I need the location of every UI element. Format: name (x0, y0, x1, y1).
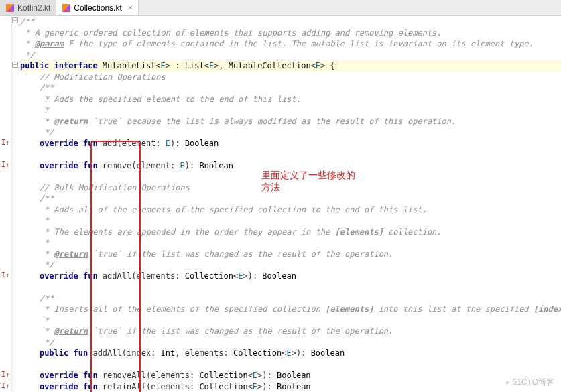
kotlin-file-icon (62, 3, 71, 13)
code-line: * (20, 105, 561, 116)
code-line: * Inserts all of the elements of the spe… (20, 304, 561, 315)
tab-label: Collections.kt (74, 3, 121, 13)
implements-gutter-icon[interactable]: I↑ (1, 139, 9, 146)
code-line: * @return `true` because the list is alw… (20, 116, 561, 127)
code-line: */ (20, 337, 561, 348)
tab-collections[interactable]: Collections.kt ✕ (56, 0, 138, 15)
close-icon[interactable]: ✕ (127, 4, 133, 11)
code-line (20, 359, 561, 371)
code-line: * The elements are appended in the order… (20, 226, 561, 238)
tab-label: Kotlin2.kt (17, 3, 50, 13)
code-line: override fun remove(element: E): Boolean (20, 160, 561, 172)
code-line: */ (20, 50, 561, 61)
code-line (20, 171, 561, 182)
tab-kotlin2[interactable]: Kotlin2.kt (0, 0, 56, 15)
tab-bar: Kotlin2.kt Collections.kt ✕ (0, 0, 561, 16)
code-line: * A generic ordered collection of elemen… (20, 27, 561, 39)
code-line: public fun addAll(index: Int, elements: … (20, 348, 561, 359)
code-line: override fun removeAll(elements: Collect… (20, 370, 561, 381)
code-line: public interface MutableList<E> : List<E… (20, 60, 561, 72)
fold-bar: – – (12, 16, 19, 392)
kotlin-file-icon (5, 3, 15, 13)
fold-toggle-icon[interactable]: – (12, 62, 18, 68)
implements-gutter-icon[interactable]: I↑ (1, 272, 9, 279)
code-area[interactable]: /** * A generic ordered collection of el… (19, 16, 561, 392)
code-line (20, 281, 561, 293)
code-line: override fun retainAll(elements: Collect… (20, 381, 561, 393)
code-line: * @return `true` if the list was changed… (20, 326, 561, 337)
code-line: // Bulk Modification Operations (20, 182, 561, 194)
code-line (20, 149, 561, 160)
code-line: override fun add(element: E): Boolean (20, 138, 561, 149)
code-line: override fun addAll(elements: Collection… (20, 271, 561, 282)
code-line: /** (20, 82, 561, 94)
code-line: * (20, 237, 561, 249)
code-line: */ (20, 259, 561, 271)
code-line: /** (20, 16, 561, 27)
implements-gutter-icon[interactable]: I↑ (1, 161, 9, 168)
code-line: * Adds all of the elements of the specif… (20, 204, 561, 216)
code-line: // Modification Operations (20, 72, 561, 83)
gutter: I↑I↑I↑I↑I↑I↑ (0, 16, 12, 392)
code-line: * @param E the type of elements containe… (20, 38, 561, 50)
code-line: * Adds the specified element to the end … (20, 94, 561, 105)
code-line: */ (20, 127, 561, 138)
code-line: /** (20, 293, 561, 304)
implements-gutter-icon[interactable]: I↑ (1, 371, 9, 378)
code-line: * (20, 215, 561, 226)
implements-gutter-icon[interactable]: I↑ (1, 383, 9, 389)
editor[interactable]: I↑I↑I↑I↑I↑I↑ – – /** * A generic ordered… (0, 16, 561, 392)
code-line: * (20, 315, 561, 326)
code-line: * @return `true` if the list was changed… (20, 249, 561, 260)
code-line: /** (20, 193, 561, 204)
fold-toggle-icon[interactable]: – (12, 17, 18, 23)
